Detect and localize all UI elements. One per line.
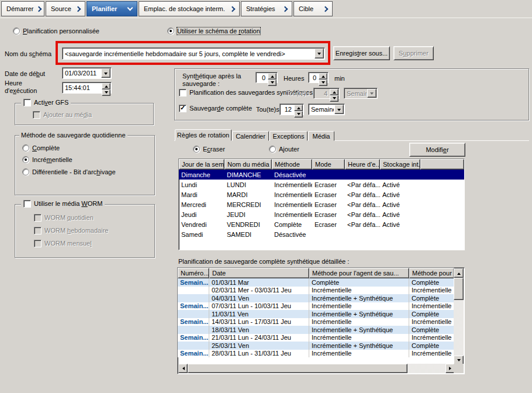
scrollbar-track[interactable] (454, 300, 464, 356)
tab-strategies[interactable]: Stratégies (241, 1, 292, 16)
spin-up-button[interactable] (330, 89, 338, 95)
dropdown-button[interactable] (315, 49, 324, 58)
scrollbar-thumb[interactable] (454, 278, 464, 300)
dropdown-button[interactable] (367, 89, 376, 98)
radio-utiliser-schema-rotation[interactable]: Utiliser le schéma de rotation (167, 27, 260, 35)
table-row[interactable]: 18/03/11 VenIncrémentielle + Synthétique… (178, 326, 454, 334)
table-cell: Incrémentielle (409, 318, 454, 326)
column-header[interactable]: Heure d'e... (345, 159, 380, 170)
execution-time-field[interactable]: 15:44:01 (62, 82, 112, 94)
tab-label: Emplac. de stockage interm. (144, 5, 225, 12)
vertical-scrollbar[interactable] (454, 268, 464, 365)
table-row[interactable]: Semain...14/03/11 Lun - 17/03/11 JeuIncr… (178, 318, 454, 326)
table-row[interactable]: 11/03/11 VenIncrémentielle + Synthétique… (178, 310, 454, 318)
checkbox-worm-hebdomadaire[interactable]: WORM hebdomadaire (34, 227, 108, 235)
schema-name-combobox[interactable]: <sauvegarde incrémentielle hebdomadaire … (62, 47, 325, 60)
save-as-button[interactable]: Enregistrer sous... (333, 46, 390, 60)
checkbox-utiliser-media-worm[interactable]: Utiliser le média WORM (21, 200, 105, 208)
spin-down-button[interactable] (268, 80, 277, 86)
table-row[interactable]: Semain...07/03/11 Lun - 10/03/11 JeuIncr… (178, 302, 454, 311)
checkbox-worm-mensuel[interactable]: WORM mensuel (34, 240, 92, 247)
checkbox-worm-quotidien[interactable]: WORM quotidien (34, 214, 94, 222)
radio-planification-personnalisee[interactable]: Planification personnalisée (13, 27, 99, 35)
spin-up-button[interactable] (268, 73, 277, 80)
spin-down-button[interactable] (102, 89, 110, 96)
checkbox-activer-gfs[interactable]: Activer GFS (21, 99, 71, 106)
scroll-up-button[interactable] (454, 268, 464, 278)
tab-regles-de-rotation[interactable]: Règles de rotation (175, 129, 232, 141)
table-row[interactable]: LundiLUNDIIncrémentielleEcraser<Par défa… (179, 180, 464, 189)
spinner (319, 73, 327, 82)
table-cell: JEUDI (224, 211, 272, 218)
table-cell: Semain... (178, 334, 209, 342)
spin-down-button[interactable] (319, 80, 327, 86)
table-cell: Complète (309, 278, 409, 287)
tab-demarrer[interactable]: Démarrer (1, 1, 44, 16)
spin-up-button[interactable] (319, 73, 327, 80)
synthetic-unit-dropdown[interactable]: Semaine(s) (344, 88, 378, 99)
tab-source[interactable]: Source (46, 1, 85, 16)
radio-incrementielle[interactable]: Incrémentielle (22, 156, 72, 163)
radio-ecraser[interactable]: Ecraser (193, 146, 225, 153)
triangle-up-icon (297, 105, 300, 109)
table-row[interactable]: SamediSAMEDIDésactivée (179, 229, 464, 239)
delete-button[interactable]: Supprimer (393, 46, 434, 60)
synthetic-hours-field[interactable]: 0 (255, 72, 278, 83)
column-header[interactable]: Numéro... (178, 268, 209, 278)
tab-calendrier[interactable]: Calendrier (232, 131, 269, 141)
column-header[interactable]: Méthode pour l'agent de sau... (309, 268, 409, 278)
column-header[interactable]: Mode (312, 159, 345, 170)
full-every-field[interactable]: 12 (279, 104, 304, 115)
spin-up-button[interactable] (294, 105, 303, 111)
scroll-left-button[interactable] (178, 364, 188, 373)
table-row[interactable]: DimancheDIMANCHEDésactivée (179, 170, 464, 180)
column-header[interactable] (420, 159, 464, 170)
modify-button[interactable]: Modifier (409, 143, 465, 157)
table-row[interactable]: JeudiJEUDIIncrémentielleEcraser<Par défa… (179, 209, 464, 219)
table-row[interactable]: 02/03/11 Mer - 03/03/11 JeuIncrémentiell… (178, 287, 454, 295)
column-header[interactable]: Méthode (272, 159, 312, 170)
horizontal-scrollbar[interactable] (178, 364, 455, 373)
radio-ajouter[interactable]: Ajouter (269, 146, 299, 153)
tab-exceptions[interactable]: Exceptions (270, 131, 308, 141)
start-date-combobox[interactable]: 01/03/2011 (62, 67, 112, 79)
spin-down-button[interactable] (330, 95, 338, 102)
tab-planifier[interactable]: Planifier (87, 1, 137, 16)
column-header[interactable]: Méthode pour l'ag (409, 268, 454, 278)
triangle-up-icon (457, 271, 461, 275)
checkbox-ajouter-media[interactable]: Ajouter au média (33, 111, 92, 119)
full-unit-dropdown[interactable]: Semaine(s) (308, 104, 345, 115)
scrollbar-track[interactable] (407, 364, 445, 373)
table-cell: 14/03/11 Lun - 17/03/11 Jeu (209, 318, 309, 326)
dropdown-button[interactable] (101, 68, 110, 78)
spin-up-button[interactable] (102, 83, 110, 89)
table-row[interactable]: MardiMARDIIncrémentielleEcraser<Par défa… (179, 189, 464, 199)
synthetic-every-field[interactable]: 4 (313, 88, 340, 99)
table-row[interactable]: Semain...28/03/11 Lun - 31/03/11 JeuIncr… (178, 350, 454, 358)
column-header[interactable]: Date (209, 268, 309, 278)
table-row[interactable]: Semain...21/03/11 Lun - 24/03/11 JeuIncr… (178, 334, 454, 342)
table-cell: Désactivée (272, 231, 312, 238)
synthetic-minutes-field[interactable]: 0 (308, 72, 329, 83)
spin-down-button[interactable] (294, 111, 303, 118)
column-header[interactable]: Nom du média (224, 159, 272, 170)
table-row[interactable]: 04/03/11 VenIncrémentielle + Synthétique… (178, 294, 454, 302)
table-row[interactable]: VendrediVENDREDIComplèteEcraser<Par défa… (179, 219, 464, 229)
table-row[interactable]: 25/03/11 VenIncrémentielle + Synthétique… (178, 342, 454, 350)
table-row[interactable]: Semain...01/03/11 MarComplèteComplète (178, 278, 454, 287)
table-row[interactable]: MercrediMERCREDIIncrémentielleEcraser<Pa… (179, 199, 464, 209)
tab-emplacement-stockage[interactable]: Emplac. de stockage interm. (139, 1, 240, 16)
tab-media[interactable]: Média (308, 131, 334, 141)
tab-cible[interactable]: Cible (293, 1, 333, 16)
radio-complete[interactable]: Complète (22, 144, 60, 151)
checkbox-sauvegarde-complete[interactable]: Sauvegarde complète (179, 105, 252, 112)
chevron-down-icon (370, 92, 374, 96)
radio-differentielle[interactable]: Différentielle - Bit d'archivage (22, 168, 116, 175)
scrollbar-thumb[interactable] (188, 364, 407, 373)
column-header[interactable]: Stockage int... (380, 159, 420, 170)
tab-label: Source (51, 5, 71, 12)
column-header[interactable]: Jour de la sem... (179, 159, 224, 170)
chevron-down-icon (127, 5, 133, 11)
checkbox-icon (33, 111, 40, 119)
dropdown-button[interactable] (334, 105, 344, 114)
